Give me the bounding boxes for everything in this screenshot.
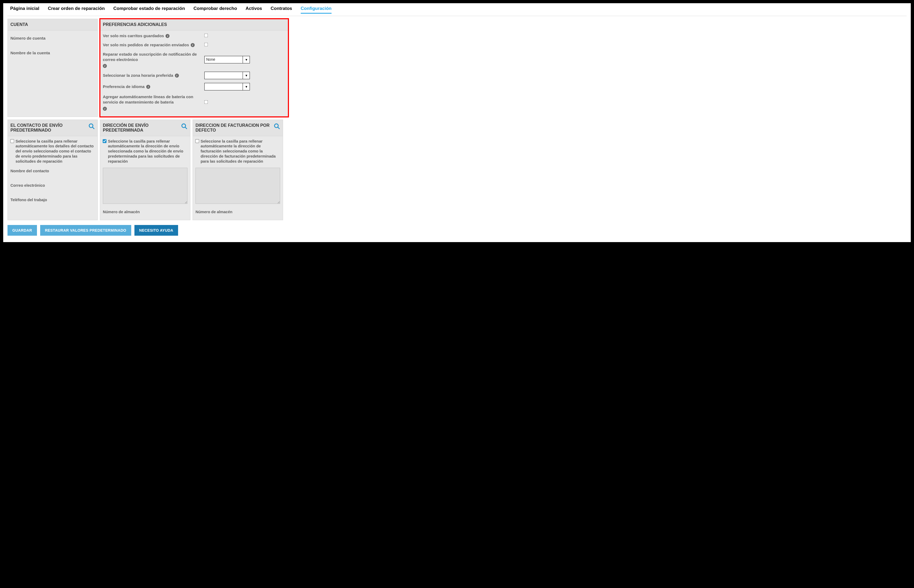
default-bill-address-panel: DIRECCION DE FACTURACION POR DEFECTO Sel… (193, 120, 283, 220)
ship-warehouse-label: Número de almacén (103, 210, 188, 214)
contact-header: EL CONTACTO DE ENVÍO PREDETERMINADO (10, 123, 88, 133)
info-icon[interactable]: i (175, 74, 179, 78)
pref-label-timezone: Seleccionar la zona horaria preferida i (103, 73, 201, 78)
checkbox-ship-autofill[interactable] (102, 139, 106, 143)
action-bar: GUARDAR RESTAURAR VALORES PREDETERMINADO… (8, 225, 906, 236)
contact-header-row: EL CONTACTO DE ENVÍO PREDETERMINADO (8, 120, 97, 136)
pref-label-email-subscription: Reparar estado de suscripción de notific… (103, 52, 201, 68)
account-body: Número de cuenta Nombre de la cuenta (8, 31, 97, 68)
account-panel: CUENTA Número de cuenta Nombre de la cue… (8, 19, 98, 117)
pref-label-view-carts: Ver solo mis carritos guardados i (103, 33, 201, 39)
pref-text: Seleccionar la zona horaria preferida (103, 73, 173, 78)
info-icon[interactable]: i (191, 43, 195, 47)
contact-name-label: Nombre del contacto (10, 169, 95, 173)
select-timezone[interactable]: ▾ (204, 72, 250, 79)
search-icon[interactable] (181, 123, 188, 131)
default-ship-contact-panel: EL CONTACTO DE ENVÍO PREDETERMINADO Sele… (8, 120, 98, 220)
checkbox-contact-autofill[interactable] (10, 139, 14, 143)
info-icon[interactable]: i (103, 107, 107, 111)
tab-configuracion[interactable]: Configuración (301, 6, 332, 14)
tab-pagina-inicial[interactable]: Página inicial (10, 6, 39, 14)
save-button[interactable]: GUARDAR (8, 225, 37, 236)
select-language[interactable]: ▾ (204, 83, 250, 90)
pref-control-battery-lines (204, 100, 250, 105)
pref-label-language: Preferencia de idioma i (103, 84, 201, 89)
contact-email-label: Correo electrónico (10, 183, 95, 187)
bill-address-textarea[interactable] (196, 168, 280, 204)
pref-row-language: Preferencia de idioma i ▾ (103, 83, 285, 90)
prefs-body: Ver solo mis carritos guardados i Ver so… (100, 31, 288, 116)
tab-bar: Página inicial Crear orden de reparación… (8, 3, 906, 16)
default-ship-address-panel: DIRECCIÓN DE ENVÍO PREDETERMINADA Selecc… (100, 120, 190, 220)
pref-control-timezone: ▾ (204, 72, 250, 79)
account-header: CUENTA (8, 19, 97, 31)
pref-row-view-orders: Ver solo mis pedidos de reparación envia… (103, 42, 285, 48)
contact-autofill-label: Seleccione la casilla para rellenar auto… (16, 139, 95, 164)
pref-row-timezone: Seleccionar la zona horaria preferida i … (103, 72, 285, 79)
top-row: CUENTA Número de cuenta Nombre de la cue… (8, 19, 906, 117)
svg-line-3 (185, 127, 187, 129)
checkbox-view-orders[interactable] (204, 43, 208, 47)
bill-header: DIRECCION DE FACTURACION POR DEFECTO (196, 123, 274, 133)
svg-line-1 (92, 127, 94, 129)
info-icon[interactable]: i (146, 85, 150, 89)
pref-row-view-carts: Ver solo mis carritos guardados i (103, 33, 285, 39)
help-button[interactable]: NECESITO AYUDA (135, 225, 178, 236)
pref-control-view-orders (204, 42, 250, 47)
checkbox-view-carts[interactable] (204, 34, 208, 37)
ship-address-textarea[interactable] (103, 168, 188, 204)
contact-autofill-row[interactable]: Seleccione la casilla para rellenar auto… (10, 139, 95, 164)
pref-control-email-subscription: None ▾ (204, 56, 250, 63)
bill-header-row: DIRECCION DE FACTURACION POR DEFECTO (193, 120, 283, 136)
pref-label-battery-lines: Agregar automáticamente líneas de baterí… (103, 94, 201, 111)
select-email-subscription[interactable]: None ▾ (204, 56, 250, 63)
tab-activos[interactable]: Activos (246, 6, 262, 14)
bill-autofill-row[interactable]: Seleccione la casilla para rellenar auto… (196, 139, 280, 164)
account-name-label: Nombre de la cuenta (10, 48, 95, 63)
ship-header: DIRECCIÓN DE ENVÍO PREDETERMINADA (103, 123, 181, 133)
pref-row-email-subscription: Reparar estado de suscripción de notific… (103, 52, 285, 68)
chevron-down-icon: ▾ (243, 56, 250, 63)
select-value (204, 83, 243, 90)
ship-body: Seleccione la casilla para rellenar auto… (100, 136, 190, 220)
contact-phone-label: Teléfono del trabajo (10, 198, 95, 202)
pref-text: Preferencia de idioma (103, 84, 144, 89)
search-icon[interactable] (88, 123, 95, 131)
pref-text: Ver solo mis carritos guardados (103, 33, 164, 39)
pref-text: Ver solo mis pedidos de reparación envia… (103, 42, 189, 48)
bill-autofill-label: Seleccione la casilla para rellenar auto… (201, 139, 280, 164)
select-value (204, 72, 243, 79)
additional-preferences-panel: PREFERENCIAS ADICIONALES Ver solo mis ca… (100, 19, 288, 117)
pref-text: Reparar estado de suscripción de notific… (103, 52, 201, 63)
lower-row: EL CONTACTO DE ENVÍO PREDETERMINADO Sele… (8, 120, 906, 220)
prefs-header: PREFERENCIAS ADICIONALES (100, 19, 288, 31)
bill-body: Seleccione la casilla para rellenar auto… (193, 136, 283, 220)
account-number-label: Número de cuenta (10, 33, 95, 48)
ship-autofill-label: Seleccione la casilla para rellenar auto… (108, 139, 188, 164)
tab-crear-orden-reparacion[interactable]: Crear orden de reparación (48, 6, 105, 14)
contact-body: Seleccione la casilla para rellenar auto… (8, 136, 97, 208)
info-icon[interactable]: i (103, 64, 107, 68)
ship-autofill-row[interactable]: Seleccione la casilla para rellenar auto… (103, 139, 188, 164)
restore-button[interactable]: RESTAURAR VALORES PREDETERMINADO (40, 225, 131, 236)
pref-row-battery-lines: Agregar automáticamente líneas de baterí… (103, 94, 285, 111)
tab-contratos[interactable]: Contratos (271, 6, 292, 14)
pref-text: Agregar automáticamente líneas de baterí… (103, 94, 201, 105)
bill-warehouse-label: Número de almacén (196, 210, 280, 214)
chevron-down-icon: ▾ (243, 83, 250, 90)
svg-point-0 (89, 124, 93, 128)
svg-point-4 (274, 124, 278, 128)
pref-control-language: ▾ (204, 83, 250, 90)
chevron-down-icon: ▾ (243, 72, 250, 79)
tab-comprobar-derecho[interactable]: Comprobar derecho (194, 6, 237, 14)
checkbox-bill-autofill[interactable] (195, 139, 199, 143)
info-icon[interactable]: i (165, 34, 170, 38)
svg-point-2 (182, 124, 186, 128)
tab-comprobar-estado[interactable]: Comprobar estado de reparación (113, 6, 185, 14)
checkbox-battery-lines[interactable] (204, 100, 208, 104)
pref-label-view-orders: Ver solo mis pedidos de reparación envia… (103, 42, 201, 48)
page-root: Página inicial Crear orden de reparación… (3, 3, 911, 242)
search-icon[interactable] (274, 123, 280, 131)
svg-line-5 (278, 127, 280, 129)
ship-header-row: DIRECCIÓN DE ENVÍO PREDETERMINADA (100, 120, 190, 136)
